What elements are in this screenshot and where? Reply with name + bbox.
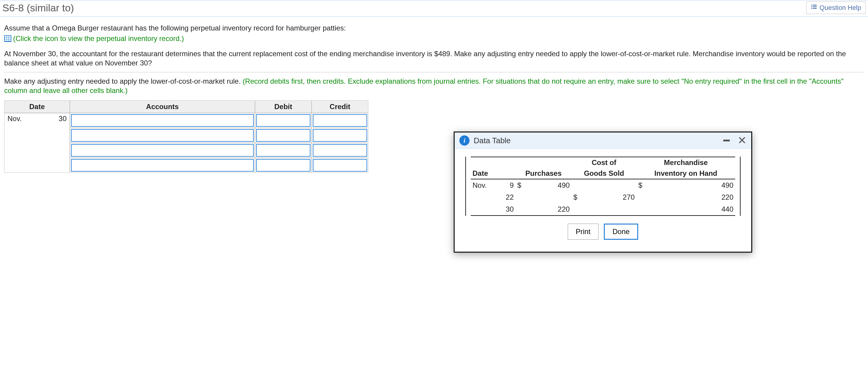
view-record-text: (Click the icon to view the perpetual in… xyxy=(13,34,184,43)
intro-text: Assume that a Omega Burger restaurant ha… xyxy=(4,23,864,33)
view-record-link[interactable]: (Click the icon to view the perpetual in… xyxy=(4,34,184,43)
row-day: 9 xyxy=(498,179,516,179)
debit-input-1[interactable] xyxy=(256,114,310,127)
question-title: S6-8 (similar to) xyxy=(2,2,74,14)
list-icon xyxy=(811,4,817,12)
th-inv-top: Merchandise xyxy=(637,157,735,168)
svg-rect-11 xyxy=(7,38,9,39)
svg-rect-12 xyxy=(9,38,11,39)
col-credit: Credit xyxy=(312,101,368,113)
svg-rect-15 xyxy=(9,39,11,41)
task-plain: Make any adjusting entry needed to apply… xyxy=(4,77,243,85)
th-date: Date xyxy=(471,168,516,179)
col-date: Date xyxy=(4,101,70,113)
table-grid-icon xyxy=(4,35,11,42)
accounts-select-3[interactable] xyxy=(71,144,254,157)
info-icon: i xyxy=(459,135,469,146)
accounts-select-1[interactable] xyxy=(71,114,254,127)
row-cogs xyxy=(593,179,637,179)
svg-rect-1 xyxy=(813,5,817,6)
credit-input-2[interactable] xyxy=(313,129,367,142)
question-help-label: Question Help xyxy=(819,4,861,12)
svg-rect-9 xyxy=(9,36,11,37)
modal-title: Data Table xyxy=(474,136,511,145)
data-table-modal: i Data Table ✕ Cost of Merchandise Date xyxy=(454,132,752,179)
svg-rect-13 xyxy=(5,39,6,41)
svg-rect-2 xyxy=(811,6,812,7)
svg-rect-10 xyxy=(5,38,6,39)
col-accounts: Accounts xyxy=(70,101,255,113)
data-table-container: Cost of Merchandise Date Purchases Goods… xyxy=(465,157,741,179)
debit-input-3[interactable] xyxy=(256,144,310,157)
svg-rect-8 xyxy=(7,36,9,37)
task-instruction: Make any adjusting entry needed to apply… xyxy=(4,77,864,95)
date-cell: Nov. 30 xyxy=(4,113,70,173)
col-debit: Debit xyxy=(255,101,312,113)
debit-input-4[interactable] xyxy=(256,159,310,172)
svg-rect-5 xyxy=(813,8,817,9)
row-psym: $ xyxy=(516,179,527,179)
question-help-button[interactable]: Question Help xyxy=(806,1,866,14)
problem-body-text: At November 30, the accountant for the r… xyxy=(4,49,864,67)
inventory-record-table: Cost of Merchandise Date Purchases Goods… xyxy=(471,157,735,179)
th-cogs-top: Cost of xyxy=(571,157,637,168)
debit-input-2[interactable] xyxy=(256,129,310,142)
th-inv-bot: Inventory on Hand xyxy=(637,168,735,179)
th-purchases: Purchases xyxy=(516,168,571,179)
date-month: Nov. xyxy=(7,114,22,123)
date-day: 30 xyxy=(59,114,67,123)
row-inv: 490 xyxy=(669,179,735,179)
svg-rect-0 xyxy=(811,5,812,6)
svg-rect-14 xyxy=(7,39,9,41)
credit-input-4[interactable] xyxy=(313,159,367,172)
accounts-select-4[interactable] xyxy=(71,159,254,172)
journal-entry-table: Date Accounts Debit Credit Nov. 30 xyxy=(4,101,368,173)
minimize-icon[interactable] xyxy=(723,140,730,141)
close-icon[interactable]: ✕ xyxy=(738,137,746,144)
credit-input-3[interactable] xyxy=(313,144,367,157)
svg-rect-7 xyxy=(5,36,6,37)
question-header: S6-8 (similar to) Question Help xyxy=(0,0,868,17)
credit-input-1[interactable] xyxy=(313,114,367,127)
th-cogs-bot: Goods Sold xyxy=(571,168,637,179)
svg-rect-3 xyxy=(813,6,817,7)
accounts-select-2[interactable] xyxy=(71,129,254,142)
row-csym xyxy=(571,179,593,179)
row-purchases: 490 xyxy=(527,179,571,179)
row-month: Nov. xyxy=(471,179,498,179)
modal-header[interactable]: i Data Table ✕ xyxy=(455,133,751,149)
table-row: Nov. 9 $ 490 $ 490 xyxy=(471,179,735,179)
svg-rect-4 xyxy=(811,8,812,9)
row-isym: $ xyxy=(637,179,669,179)
